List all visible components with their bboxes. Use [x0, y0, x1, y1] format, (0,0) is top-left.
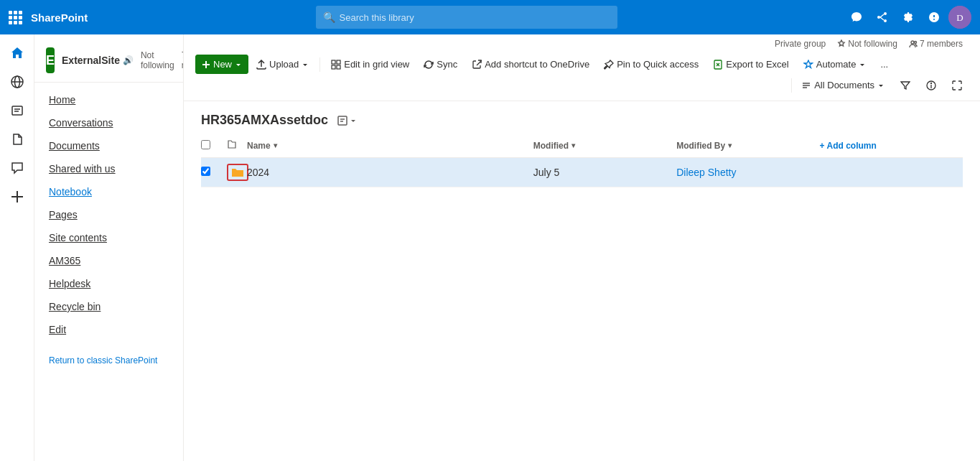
return-to-classic-link[interactable]: Return to classic SharePoint [34, 347, 183, 374]
search-bar: 🔍 [96, 6, 836, 29]
modified-by-sort-arrow: ▾ [728, 141, 732, 149]
app-name-label: SharePoint [31, 11, 88, 24]
site-icon: E [46, 47, 55, 73]
col-modified-header[interactable]: Modified ▾ [533, 141, 676, 151]
nav-item-edit[interactable]: Edit [34, 318, 183, 341]
svg-point-11 [911, 41, 914, 44]
toolbar: New Upload Edit in grid view Sync Add sh… [184, 49, 980, 101]
nav-item-conversations[interactable]: Conversations [34, 111, 183, 134]
avatar[interactable] [948, 6, 971, 29]
site-meta: Not following 7 members [141, 50, 184, 70]
members-count-label[interactable]: 7 members [909, 39, 963, 49]
rail-docs-button[interactable] [4, 126, 30, 152]
chat-button[interactable] [845, 6, 868, 29]
main-area: E ExternalSite 🔊 Not following 7 members… [0, 34, 980, 461]
help-button[interactable] [923, 6, 946, 29]
site-header: E ExternalSite 🔊 Not following 7 members [34, 40, 183, 83]
row-checkbox-wrap [201, 167, 227, 178]
not-following-button[interactable]: Not following [141, 50, 174, 70]
toolbar-separator-1 [319, 57, 320, 72]
filter-button[interactable] [894, 76, 917, 95]
nav-item-am365[interactable]: AM365 [34, 249, 183, 272]
library-title: HR365AMXAssetdoc [201, 113, 328, 128]
select-all-checkbox[interactable] [201, 140, 210, 149]
folder-icon-wrap [227, 164, 247, 181]
all-documents-button[interactable]: All Documents [795, 75, 891, 95]
export-label: Export to Excel [726, 59, 788, 70]
col-modified-by-header[interactable]: Modified By ▾ [676, 141, 819, 151]
add-shortcut-button[interactable]: Add shortcut to OneDrive [465, 55, 596, 74]
rail-add-button[interactable] [4, 184, 30, 210]
file-list: Name ▾ Modified ▾ Modified By ▾ + Add co… [184, 134, 980, 461]
col-name-header[interactable]: Name ▾ [247, 141, 533, 151]
edit-grid-button[interactable]: Edit in grid view [325, 55, 416, 74]
edit-grid-label: Edit in grid view [344, 59, 409, 70]
library-options-button[interactable] [334, 113, 360, 128]
modified-sort-arrow: ▾ [571, 141, 575, 149]
nav-item-home[interactable]: Home [34, 88, 183, 111]
share-button[interactable] [871, 6, 894, 29]
not-following-label[interactable]: Not following [837, 39, 897, 49]
svg-point-23 [931, 83, 932, 83]
new-label: New [213, 59, 232, 70]
new-button[interactable]: New [195, 55, 248, 74]
column-headers: Name ▾ Modified ▾ Modified By ▾ + Add co… [201, 134, 963, 158]
upload-button[interactable]: Upload [250, 55, 315, 74]
svg-rect-14 [337, 60, 340, 64]
svg-rect-15 [332, 65, 335, 69]
sharepoint-logo[interactable]: SharePoint [9, 11, 88, 24]
nav-item-pages[interactable]: Pages [34, 203, 183, 226]
more-button[interactable]: ... [874, 55, 895, 74]
modified-date: July 5 [533, 167, 560, 178]
fullscreen-button[interactable] [946, 76, 969, 95]
settings-button[interactable] [897, 6, 920, 29]
icon-rail [0, 34, 34, 461]
automate-button[interactable]: Automate [797, 55, 873, 74]
name-sort-arrow: ▾ [274, 141, 277, 149]
site-follow-icon[interactable]: 🔊 [123, 55, 134, 65]
nav-item-documents[interactable]: Documents [34, 134, 183, 157]
more-label: ... [880, 59, 888, 70]
folder-name-col: 2024 [247, 167, 533, 178]
automate-label: Automate [816, 59, 857, 70]
svg-rect-13 [332, 60, 335, 64]
view-label: All Documents [814, 80, 874, 90]
search-input-wrapper: 🔍 [316, 6, 617, 29]
search-icon: 🔍 [323, 11, 335, 23]
folder-name-link[interactable]: 2024 [247, 167, 269, 178]
nav-item-site-contents[interactable]: Site contents [34, 226, 183, 249]
waffle-menu-icon[interactable] [9, 11, 22, 24]
export-excel-button[interactable]: Export to Excel [706, 55, 795, 74]
nav-item-helpdesk[interactable]: Helpdesk [34, 272, 183, 295]
nav-item-shared[interactable]: Shared with us [34, 157, 183, 180]
content-area: Private group Not following 7 members Ne… [184, 34, 980, 461]
row-checkbox[interactable] [201, 167, 210, 176]
nav-item-notebook[interactable]: Notebook [34, 180, 183, 203]
pin-label: Pin to Quick access [617, 59, 699, 70]
library-header: HR365AMXAssetdoc [184, 101, 980, 134]
sync-button[interactable]: Sync [417, 55, 464, 74]
svg-point-12 [914, 42, 916, 44]
search-input[interactable] [340, 12, 610, 23]
add-shortcut-label: Add shortcut to OneDrive [485, 59, 589, 70]
nav-items: Home Conversations Documents Shared with… [34, 83, 183, 347]
col-check-header [201, 140, 227, 152]
col-icon-header [227, 139, 247, 152]
pin-button[interactable]: Pin to Quick access [597, 55, 705, 74]
svg-line-3 [880, 14, 884, 17]
modified-by-link[interactable]: Dileep Shetty [676, 167, 736, 178]
rail-chat-button[interactable] [4, 155, 30, 181]
svg-rect-16 [337, 65, 340, 69]
rail-globe-button[interactable] [4, 69, 30, 95]
info-button[interactable] [920, 76, 943, 95]
table-row[interactable]: 2024 July 5 Dileep Shetty [201, 158, 963, 187]
add-column-button[interactable]: + Add column [820, 141, 963, 151]
svg-point-2 [877, 16, 880, 19]
rail-news-button[interactable] [4, 98, 30, 124]
nav-item-recycle-bin[interactable]: Recycle bin [34, 295, 183, 318]
svg-rect-8 [12, 106, 22, 115]
rail-home-button[interactable] [4, 40, 30, 66]
folder-selected-border [227, 164, 248, 181]
content-header-meta: Private group Not following 7 members [184, 34, 980, 49]
toolbar-separator-2 [791, 78, 792, 93]
